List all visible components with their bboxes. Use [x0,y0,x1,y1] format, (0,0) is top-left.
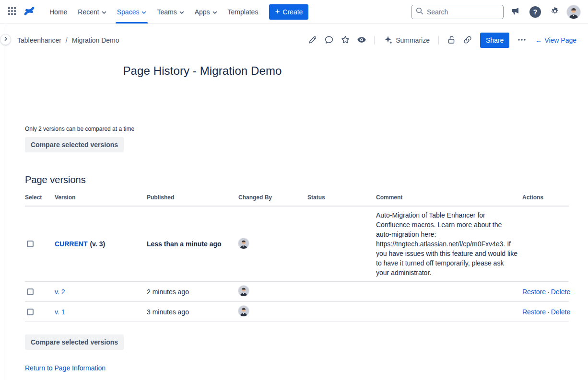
nav-item-label: Templates [228,8,259,16]
search-input[interactable] [427,8,499,16]
user-avatar[interactable] [567,5,580,19]
nav-item-label: Recent [78,8,99,16]
edit-button[interactable] [305,33,320,48]
actions-cell [522,206,569,282]
nav-item-templates[interactable]: Templates [223,0,264,23]
version-row-v2: v. 2 2 minutes ago Restore·Delete [25,282,569,302]
table-header-row: Select Version Published Changed By Stat… [25,191,569,206]
comment-cell: Auto-Migration of Table Enhancer for Con… [376,206,522,282]
link-icon [463,35,472,46]
version-cell: v. 2 [55,282,147,302]
select-cell [25,282,55,302]
nav-item-label: Home [49,8,67,16]
changed-by-cell [238,206,307,282]
restore-link-v2[interactable]: Restore [522,288,546,296]
more-actions-button[interactable] [514,33,529,48]
breadcrumb-space-link[interactable]: Tableenhancer [17,36,61,44]
search-icon [415,7,424,17]
version-checkbox-v3[interactable] [27,241,34,247]
watch-button[interactable] [354,33,369,48]
version-link-v1[interactable]: v. 1 [55,308,65,316]
breadcrumb-page-link[interactable]: Migration Demo [72,36,119,44]
action-separator: · [547,308,550,316]
page-toolbar: Tableenhancer / Migration Demo [0,29,588,52]
primary-nav: Home Recent Spaces Teams Apps Templates [44,0,263,23]
confluence-page-history-screen: Home Recent Spaces Teams Apps Templates [0,0,588,380]
version-row-current: CURRENT(v. 3) Less than a minute ago Aut… [25,206,569,282]
published-cell: 3 minutes ago [147,302,238,322]
compare-selected-versions-button-bottom[interactable]: Compare selected versions [25,334,124,350]
page-versions-table: Select Version Published Changed By Stat… [25,191,569,322]
settings-button[interactable] [548,4,562,20]
app-switcher-button[interactable] [5,4,19,20]
star-button[interactable] [338,33,353,48]
version-cell: v. 1 [55,302,147,322]
divider [374,36,375,45]
eye-icon [357,35,366,46]
page-versions-heading: Page versions [25,174,569,185]
breadcrumb-separator: / [66,36,68,44]
compare-selected-versions-button-top[interactable]: Compare selected versions [25,137,124,152]
actions-cell: Restore·Delete [522,282,569,302]
chevron-down-icon [141,8,146,16]
current-version-link[interactable]: CURRENT [55,240,87,248]
nav-item-home[interactable]: Home [44,0,72,23]
nav-item-recent[interactable]: Recent [72,0,111,23]
nav-item-label: Teams [157,8,176,16]
status-cell [307,302,376,322]
nav-item-label: Apps [195,8,210,16]
star-icon [341,35,350,46]
announcements-button[interactable] [508,4,523,20]
return-to-page-information-link[interactable]: Return to Page Information [25,364,106,372]
confluence-logo-button[interactable] [21,3,37,21]
changed-by-avatar [238,286,249,296]
summarize-label: Summarize [396,36,430,44]
action-separator: · [547,288,550,296]
confluence-logo-icon [23,5,35,19]
help-button[interactable]: ? [528,4,543,20]
changed-by-avatar [238,238,249,249]
more-dots-icon [517,35,527,46]
version-link-v2[interactable]: v. 2 [55,288,65,296]
compare-note: Only 2 versions can be compared at a tim… [25,126,569,132]
column-header-status: Status [307,191,376,206]
nav-item-apps[interactable]: Apps [189,0,223,23]
help-icon: ? [529,6,541,18]
column-header-changed-by: Changed By [238,191,307,206]
comment-button[interactable] [321,33,337,48]
top-navigation-bar: Home Recent Spaces Teams Apps Templates [0,0,588,24]
megaphone-icon [510,6,521,18]
restrictions-button[interactable] [444,33,459,48]
column-header-version: Version [55,191,147,206]
chevron-right-icon [3,36,9,43]
nav-item-spaces[interactable]: Spaces [112,0,152,23]
version-checkbox-v2[interactable] [27,288,34,295]
column-header-comment: Comment [376,191,522,206]
column-header-actions: Actions [522,191,569,206]
select-cell [25,206,55,282]
view-page-link[interactable]: ← View Page [535,36,576,44]
version-checkbox-v1[interactable] [27,309,34,315]
restore-link-v1[interactable]: Restore [522,308,546,316]
app-grid-icon [7,6,17,18]
comment-cell [376,302,522,322]
comment-cell [376,282,522,302]
summarize-button[interactable]: Summarize [379,33,434,48]
status-cell [307,206,376,282]
delete-link-v2[interactable]: Delete [551,288,570,296]
changed-by-cell [238,282,307,302]
copy-link-button[interactable] [460,33,475,48]
share-button[interactable]: Share [480,33,509,48]
chevron-down-icon [212,8,217,16]
expand-sidebar-button[interactable] [0,34,11,45]
chevron-down-icon [179,8,184,16]
divider [438,36,439,45]
delete-link-v1[interactable]: Delete [551,308,570,316]
ai-sparkle-icon [383,35,393,46]
nav-item-teams[interactable]: Teams [152,0,189,23]
create-button[interactable]: + Create [269,4,308,20]
published-cell: 2 minutes ago [147,282,238,302]
version-cell: CURRENT(v. 3) [55,206,147,282]
version-number-label: (v. 3) [90,240,105,248]
unlock-icon [447,35,456,46]
